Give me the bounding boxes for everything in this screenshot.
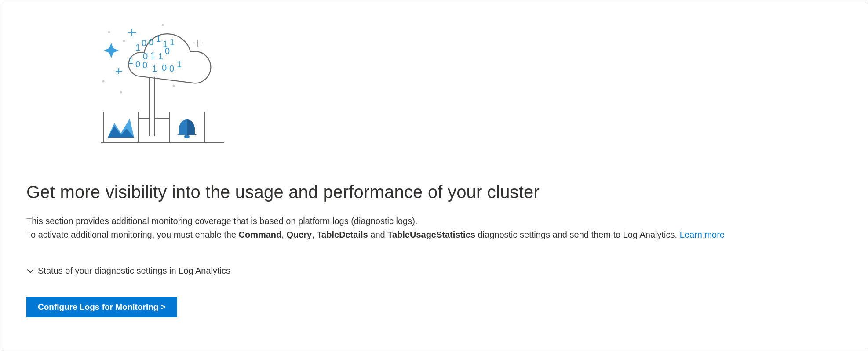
svg-text:1: 1 xyxy=(170,37,175,47)
svg-text:0: 0 xyxy=(142,60,147,70)
svg-point-3 xyxy=(102,80,105,83)
svg-text:0: 0 xyxy=(142,38,146,48)
chevron-down-icon xyxy=(26,267,34,275)
desc-bold-tableusage: TableUsageStatistics xyxy=(387,230,475,239)
expander-label: Status of your diagnostic settings in Lo… xyxy=(38,266,230,276)
desc-line2-pre: To activate additional monitoring, you m… xyxy=(26,230,239,239)
cloud-metrics-illustration: 1 0 0 1 1 1 0 0 1 1 1 0 0 1 0 0 1 xyxy=(101,15,277,169)
svg-text:1: 1 xyxy=(152,64,157,73)
svg-text:0: 0 xyxy=(135,59,140,69)
desc-bold-tabledetails: TableDetails xyxy=(317,230,368,239)
learn-more-link[interactable]: Learn more xyxy=(680,230,725,239)
diagnostic-status-expander[interactable]: Status of your diagnostic settings in Lo… xyxy=(26,266,844,276)
svg-text:0: 0 xyxy=(162,63,167,72)
configure-logs-button[interactable]: Configure Logs for Monitoring > xyxy=(26,297,177,317)
svg-text:0: 0 xyxy=(143,51,148,61)
svg-point-1 xyxy=(123,40,125,42)
svg-text:0: 0 xyxy=(149,37,153,47)
svg-text:1: 1 xyxy=(158,51,163,61)
svg-point-4 xyxy=(120,91,122,94)
desc-line1: This section provides additional monitor… xyxy=(26,216,417,226)
svg-text:1: 1 xyxy=(150,51,155,60)
svg-text:0: 0 xyxy=(165,46,170,56)
description-text: This section provides additional monitor… xyxy=(26,214,844,242)
svg-text:1: 1 xyxy=(128,56,133,65)
page-title: Get more visibility into the usage and p… xyxy=(26,182,844,202)
svg-point-28 xyxy=(184,135,190,138)
svg-text:1: 1 xyxy=(177,59,182,69)
svg-point-0 xyxy=(108,31,110,33)
svg-text:1: 1 xyxy=(135,43,140,52)
desc-bold-query: Query xyxy=(286,230,312,239)
svg-text:0: 0 xyxy=(169,64,174,73)
svg-point-2 xyxy=(162,24,164,26)
svg-rect-26 xyxy=(103,112,139,143)
monitoring-promo-panel: 1 0 0 1 1 1 0 0 1 1 1 0 0 1 0 0 1 xyxy=(2,2,866,349)
svg-text:1: 1 xyxy=(156,34,161,43)
svg-point-5 xyxy=(173,85,175,87)
desc-bold-command: Command xyxy=(239,230,282,239)
